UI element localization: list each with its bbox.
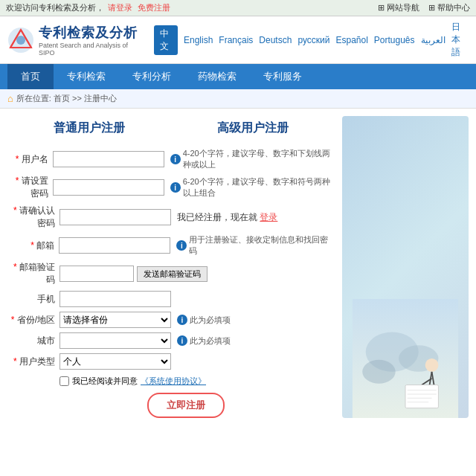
- email-hint: i 用于注册验证、接收定制信息和找回密码: [176, 234, 335, 257]
- province-row: * 省份/地区 请选择省份 i 此为必填项: [7, 312, 335, 328]
- lang-portuguese[interactable]: Português: [374, 35, 415, 45]
- top-bar-welcome: 欢迎访问专利检索及分析， 请登录 免费注册: [6, 2, 172, 13]
- nav-drug-search[interactable]: 药物检索: [184, 64, 250, 89]
- user-type-row: * 用户类型 个人: [7, 353, 335, 370]
- header: 专利检索及分析 Patent Search and Analysis of SI…: [0, 16, 476, 64]
- city-hint: i 此为必填项: [177, 335, 231, 347]
- lang-french[interactable]: Français: [219, 35, 253, 45]
- svg-point-10: [425, 358, 439, 372]
- login-link-form[interactable]: 登录: [260, 212, 277, 222]
- nav-home[interactable]: 首页: [7, 64, 54, 89]
- register-link[interactable]: 免费注册: [138, 3, 170, 12]
- svg-point-9: [362, 360, 395, 384]
- email-label: * 邮箱: [7, 239, 59, 252]
- agree-text: 我已经阅读并同意: [72, 376, 138, 387]
- svg-rect-15: [405, 385, 438, 408]
- phone-label: 手机: [7, 293, 60, 306]
- nav-patent-service[interactable]: 专利服务: [250, 64, 315, 89]
- welcome-text: 欢迎访问专利检索及分析，: [6, 3, 104, 12]
- nav-patent-analysis[interactable]: 专利分析: [119, 64, 184, 89]
- advanced-reg-header: 高级用户注册: [171, 116, 335, 141]
- email-input[interactable]: [59, 237, 170, 254]
- hint-icon-province: i: [177, 315, 187, 325]
- password-hint: i 6-20个字符，建议字母、数字和符号两种以上组合: [170, 176, 335, 199]
- svg-point-2: [16, 36, 25, 45]
- hint-icon-username: i: [170, 154, 181, 164]
- logo-title: 专利检索及分析: [39, 24, 139, 42]
- username-label: * 用户名: [7, 153, 53, 166]
- logo-text: 专利检索及分析 Patent Search and Analysis of SI…: [39, 24, 139, 57]
- password-row: * 请设置密码 i 6-20个字符，建议字母、数字和符号两种以上组合: [7, 175, 335, 200]
- home-icon: ⌂: [7, 93, 13, 104]
- already-reg-hint: 我已经注册，现在就 登录: [177, 211, 277, 224]
- lang-english[interactable]: English: [184, 35, 213, 45]
- logo-subtitle: Patent Search and Analysis of SIPO: [39, 42, 139, 57]
- confirm-password-input[interactable]: [60, 209, 171, 225]
- logo-area: 专利检索及分析 Patent Search and Analysis of SI…: [7, 24, 139, 57]
- user-type-label: * 用户类型: [7, 356, 60, 368]
- email-code-input[interactable]: [60, 266, 134, 282]
- site-guide[interactable]: 网站导航: [378, 2, 419, 13]
- logo-icon: [7, 27, 34, 54]
- help-center[interactable]: 帮助中心: [428, 2, 470, 13]
- city-label: 城市: [7, 335, 60, 347]
- lang-arabic[interactable]: العربية: [421, 35, 446, 45]
- phone-input[interactable]: [60, 291, 171, 307]
- username-input[interactable]: [53, 151, 164, 167]
- agree-checkbox[interactable]: [60, 376, 69, 386]
- confirm-password-label: * 请确认认密码: [7, 205, 60, 230]
- agreement-link[interactable]: 《系统使用协议》: [141, 376, 206, 387]
- form-section: 普通用户注册 高级用户注册 * 用户名 i 4-20个字符，建议字母、数字和下划…: [7, 116, 335, 418]
- right-image: [342, 116, 469, 418]
- submit-area: 立即注册: [37, 393, 335, 418]
- email-row: * 邮箱 i 用于注册验证、接收定制信息和找回密码: [7, 234, 335, 257]
- lang-german[interactable]: Deutsch: [259, 35, 292, 45]
- username-row: * 用户名 i 4-20个字符，建议字母、数字和下划线两种或以上: [7, 148, 335, 170]
- hint-icon-email: i: [176, 240, 187, 251]
- lang-spanish[interactable]: Español: [335, 35, 367, 45]
- nav-patent-search[interactable]: 专利检索: [54, 64, 119, 89]
- phone-row: 手机: [7, 291, 335, 307]
- password-input[interactable]: [53, 179, 164, 196]
- province-hint: i 此为必填项: [177, 315, 231, 326]
- language-bar: 中文 English Français Deutsch русский Espa…: [154, 21, 469, 59]
- breadcrumb: ⌂ 所在位置: 首页 >> 注册中心: [0, 89, 476, 109]
- email-code-label: * 邮箱验证码: [7, 261, 60, 286]
- top-bar: 欢迎访问专利检索及分析， 请登录 免费注册 网站导航 帮助中心: [0, 0, 476, 16]
- main-nav: 首页 专利检索 专利分析 药物检索 专利服务: [0, 64, 476, 89]
- lang-japanese[interactable]: 日本語: [451, 21, 469, 59]
- normal-reg-header: 普通用户注册: [7, 116, 171, 141]
- email-code-row: * 邮箱验证码 发送邮箱验证码: [7, 261, 335, 286]
- city-row: 城市 i 此为必填项: [7, 332, 335, 349]
- agree-row: 我已经阅读并同意 《系统使用协议》: [60, 376, 335, 387]
- lang-chinese[interactable]: 中文: [154, 25, 178, 55]
- confirm-password-row: * 请确认认密码 我已经注册，现在就 登录: [7, 205, 335, 230]
- send-email-code-button[interactable]: 发送邮箱验证码: [137, 266, 208, 282]
- province-label: * 省份/地区: [7, 314, 60, 327]
- hint-icon-city: i: [177, 335, 187, 346]
- top-bar-right: 网站导航 帮助中心: [378, 2, 470, 13]
- city-select[interactable]: [60, 332, 171, 349]
- lang-russian[interactable]: русский: [298, 35, 329, 45]
- main-content: 普通用户注册 高级用户注册 * 用户名 i 4-20个字符，建议字母、数字和下划…: [0, 109, 476, 425]
- reg-headers: 普通用户注册 高级用户注册: [7, 116, 335, 141]
- hint-icon-password: i: [170, 182, 181, 193]
- province-select[interactable]: 请选择省份: [60, 312, 171, 328]
- password-label: * 请设置密码: [7, 175, 53, 200]
- user-type-select[interactable]: 个人: [60, 353, 171, 370]
- breadcrumb-text: 所在位置: 首页 >> 注册中心: [16, 93, 117, 104]
- submit-button[interactable]: 立即注册: [147, 393, 225, 418]
- login-link[interactable]: 请登录: [108, 3, 132, 12]
- username-hint: i 4-20个字符，建议字母、数字和下划线两种或以上: [170, 148, 335, 170]
